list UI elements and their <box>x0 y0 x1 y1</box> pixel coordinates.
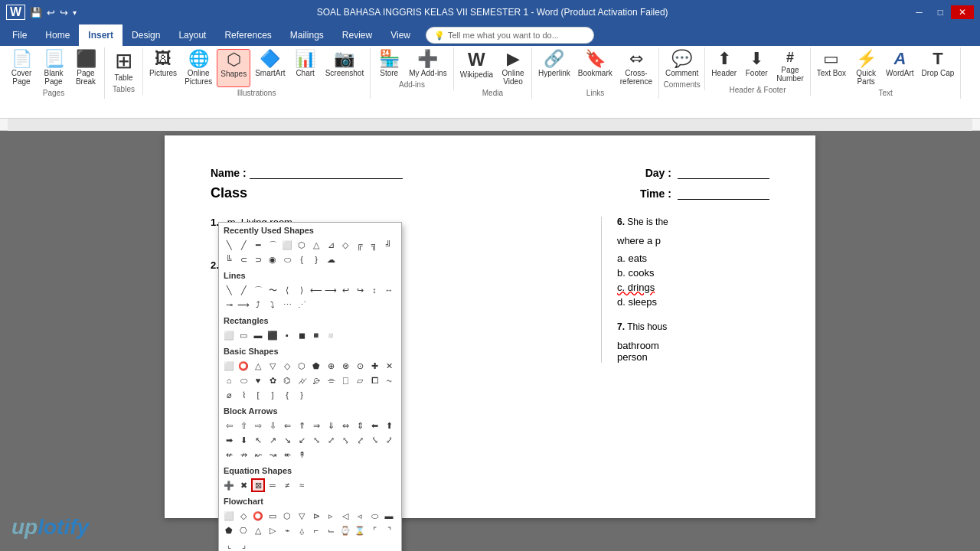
text-box-button[interactable]: ▭ Text Box <box>814 49 849 87</box>
cover-page-button[interactable]: 📄 CoverPage <box>6 49 37 87</box>
shape-item[interactable]: ⧠ <box>368 373 381 387</box>
shapes-button[interactable]: ⬡ Shapes <box>217 49 250 87</box>
maximize-btn[interactable]: □ <box>930 5 951 19</box>
shape-item[interactable]: ⬜ <box>222 359 236 373</box>
shape-item[interactable]: ⇩ <box>266 419 279 432</box>
table-button[interactable]: ⊞ Table <box>109 49 139 83</box>
shape-item[interactable]: ⌙ <box>324 523 338 537</box>
shape-item[interactable]: ⇓ <box>324 419 338 432</box>
tab-design[interactable]: Design <box>122 24 169 46</box>
shape-item[interactable]: ◁ <box>338 509 352 523</box>
shape-item[interactable]: ▽ <box>266 359 279 373</box>
shape-item[interactable]: ⇔ <box>338 419 352 432</box>
shape-item[interactable]: ◇ <box>237 509 250 523</box>
tab-view[interactable]: View <box>381 24 420 46</box>
shape-item[interactable]: ⊙ <box>353 359 367 373</box>
shape-item[interactable]: ═ <box>266 478 279 492</box>
shape-item[interactable]: { <box>280 388 294 402</box>
shape-item[interactable]: ⏥ <box>353 373 367 387</box>
shape-item[interactable]: ⬛ <box>266 328 279 342</box>
cross-reference-button[interactable]: ⇔ Cross-reference <box>617 49 655 87</box>
shape-item[interactable]: ⟶ <box>324 283 338 297</box>
shape-item[interactable]: ⋯ <box>280 298 294 311</box>
shape-item[interactable]: ↝ <box>266 448 279 461</box>
shape-item[interactable]: ] <box>266 388 279 402</box>
myadd-button[interactable]: ➕ My Add-ins <box>406 49 449 79</box>
shape-item[interactable]: ⤤ <box>353 433 367 447</box>
shape-item[interactable]: ⤴ <box>251 298 265 311</box>
shape-item[interactable]: ◽ <box>324 328 338 342</box>
close-btn[interactable]: ✕ <box>951 5 974 19</box>
shape-item[interactable]: ◾ <box>309 328 323 342</box>
tell-me-box[interactable]: 💡 Tell me what you want to do... <box>426 27 594 44</box>
shape-item[interactable]: ⌝ <box>382 523 396 537</box>
shape-item[interactable]: ╱ <box>237 283 250 297</box>
shape-item[interactable]: ⬟ <box>222 523 236 537</box>
shape-item[interactable]: ▭ <box>266 509 279 523</box>
shape-item[interactable]: ⬡ <box>295 238 309 252</box>
shape-item[interactable]: ⤵ <box>266 298 279 311</box>
shape-item[interactable]: ╝ <box>382 238 396 252</box>
tab-references[interactable]: References <box>215 24 280 46</box>
shape-item[interactable]: ⊸ <box>222 298 236 311</box>
shape-item[interactable]: ✕ <box>382 359 396 373</box>
shape-item[interactable]: ⤣ <box>338 433 352 447</box>
shape-item[interactable]: ⇒ <box>309 419 323 432</box>
shape-item[interactable]: ⬡ <box>295 359 309 373</box>
shape-item[interactable]: △ <box>309 238 323 252</box>
shape-item[interactable]: ↖ <box>251 433 265 447</box>
shape-item[interactable]: ━ <box>251 238 265 252</box>
header-button[interactable]: ⬆ Header <box>708 49 740 84</box>
shape-item[interactable]: ▷ <box>266 523 279 537</box>
shape-item[interactable]: ⟵ <box>309 283 323 297</box>
wordart-button[interactable]: A WordArt <box>883 49 917 87</box>
shape-item[interactable]: ⌛ <box>353 523 367 537</box>
shape-item[interactable]: ⇕ <box>353 419 367 432</box>
comment-button[interactable]: 💬 Comment <box>662 49 701 79</box>
shape-item[interactable]: ⌜ <box>368 523 381 537</box>
shape-item[interactable]: ⌁ <box>280 523 294 537</box>
undo-icon[interactable]: ↩ <box>47 7 55 18</box>
shape-item[interactable]: △ <box>251 523 265 537</box>
shape-item[interactable]: } <box>309 253 323 266</box>
tab-insert[interactable]: Insert <box>79 24 122 46</box>
shape-item[interactable]: ↩ <box>338 283 352 297</box>
shape-item[interactable]: ⌬ <box>280 373 294 387</box>
shape-item[interactable]: ⇧ <box>237 419 250 432</box>
shape-item[interactable]: ⬡ <box>280 509 294 523</box>
shape-item[interactable]: ⌇ <box>237 388 250 402</box>
tab-home[interactable]: Home <box>36 24 79 46</box>
page-break-button[interactable]: ⬛ PageBreak <box>70 49 101 87</box>
shape-item[interactable]: ≠ <box>280 478 294 492</box>
tab-review[interactable]: Review <box>333 24 381 46</box>
shape-item[interactable]: ⇑ <box>295 419 309 432</box>
shape-item[interactable]: } <box>295 388 309 402</box>
shape-item[interactable]: ↗ <box>266 433 279 447</box>
shape-item[interactable]: ⇨ <box>251 419 265 432</box>
shape-item[interactable]: ✖ <box>237 478 250 492</box>
shape-item[interactable]: ◇ <box>338 238 352 252</box>
shape-item[interactable]: ╲ <box>222 283 236 297</box>
redo-icon[interactable]: ↪ <box>60 7 68 18</box>
shape-item[interactable]: ⌐ <box>309 523 323 537</box>
shape-item[interactable]: ↪ <box>353 283 367 297</box>
shape-item[interactable]: 〜 <box>266 283 279 297</box>
shape-item[interactable]: ⎕ <box>338 373 352 387</box>
shape-item[interactable]: [ <box>251 388 265 402</box>
shape-item[interactable]: ✿ <box>266 373 279 387</box>
tab-file[interactable]: File <box>3 24 36 46</box>
shape-item[interactable]: ╔ <box>353 238 367 252</box>
shape-item[interactable]: ♥ <box>251 373 265 387</box>
shape-item[interactable]: ⤦ <box>382 433 396 447</box>
shape-item[interactable]: ⊃ <box>251 253 265 266</box>
shape-item[interactable]: ╚ <box>222 253 236 266</box>
hyperlink-button[interactable]: 🔗 Hyperlink <box>535 49 573 87</box>
shape-item[interactable]: ↞ <box>280 448 294 461</box>
footer-button[interactable]: ⬇ Footer <box>741 49 772 84</box>
shape-item[interactable]: ⬜ <box>280 238 294 252</box>
online-video-button[interactable]: ▶ OnlineVideo <box>498 49 528 87</box>
shape-item[interactable]: ⇦ <box>222 419 236 432</box>
shape-item[interactable]: ⌚ <box>338 523 352 537</box>
shape-item[interactable]: ⬟ <box>309 359 323 373</box>
bookmark-button[interactable]: 🔖 Bookmark <box>575 49 616 87</box>
